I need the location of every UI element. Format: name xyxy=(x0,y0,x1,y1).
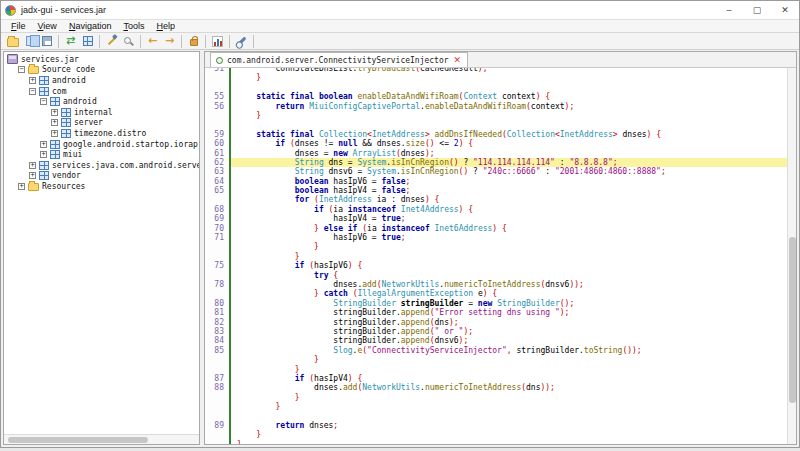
code-text: } xyxy=(231,393,787,402)
line-number: 56 xyxy=(205,102,231,111)
tree-horizontal-scrollbar[interactable] xyxy=(4,434,199,444)
collapse-icon[interactable]: − xyxy=(40,98,47,105)
tree-item-server[interactable]: +server xyxy=(4,118,199,129)
toolbar-separator xyxy=(229,35,230,48)
navigate-forward-button[interactable]: → xyxy=(161,34,178,49)
editor-vertical-scrollbar[interactable] xyxy=(787,68,796,444)
line-number xyxy=(205,73,231,82)
project-tree-panel: services.jar−Source code+android−com−and… xyxy=(3,51,200,445)
collapse-icon[interactable]: − xyxy=(29,88,36,95)
line-number xyxy=(205,430,231,439)
editor-scrollbar-thumb[interactable] xyxy=(789,237,796,402)
code-line: 63 String dnsv6 = System.isInCnRegion() … xyxy=(205,167,787,176)
menu-tools[interactable]: Tools xyxy=(117,20,150,33)
toolbar-separator xyxy=(181,35,182,48)
maximize-button[interactable]: ▢ xyxy=(743,1,771,19)
open-file-icon xyxy=(7,38,19,47)
code-line: 80 StringBuilder stringBuilder = new Str… xyxy=(205,299,787,308)
pkg-icon xyxy=(50,150,60,159)
tab-connectivity-service-injector[interactable]: com.android.server.ConnectivityServiceIn… xyxy=(210,52,468,67)
line-number: 62 xyxy=(205,158,231,167)
add-files-button[interactable] xyxy=(21,34,38,49)
main-area: services.jar−Source code+android−com−and… xyxy=(1,50,799,447)
collapse-icon[interactable]: − xyxy=(18,66,25,73)
navigate-back-button[interactable]: ← xyxy=(144,34,161,49)
code-line: } xyxy=(205,242,787,251)
code-line: 82 stringBuilder.append(dns); xyxy=(205,318,787,327)
tree-item-services-jar[interactable]: services.jar xyxy=(4,54,199,65)
code-text: hasIpV4 = true; xyxy=(231,214,787,223)
tab-close-icon[interactable]: ✕ xyxy=(453,56,463,64)
menu-file[interactable]: File xyxy=(5,20,32,33)
lock-rename-button[interactable] xyxy=(185,34,202,49)
menu-view[interactable]: View xyxy=(32,20,63,33)
expand-icon[interactable]: + xyxy=(51,109,58,116)
line-number xyxy=(205,402,231,411)
tree-item-label: google.android.startop.iorap xyxy=(63,140,198,149)
pkg-icon xyxy=(61,129,71,138)
line-number xyxy=(205,195,231,204)
code-line: for (InetAddress ia : dnses) { xyxy=(205,195,787,204)
tree-item-com[interactable]: −com xyxy=(4,86,199,97)
tree-item-label: Source code xyxy=(42,65,95,74)
code-text: stringBuilder.append(dnsv6); xyxy=(231,336,787,345)
expand-icon[interactable]: + xyxy=(29,77,36,84)
line-number: 64 xyxy=(205,177,231,186)
flat-packages-button[interactable] xyxy=(79,34,96,49)
code-text: } xyxy=(231,111,787,120)
tree-scrollbar-thumb[interactable] xyxy=(8,437,148,443)
search-button[interactable] xyxy=(120,34,137,49)
menu-help[interactable]: Help xyxy=(150,20,181,33)
code-text: return MiuiConfigCaptivePortal.enableDat… xyxy=(231,102,787,111)
expand-icon[interactable]: + xyxy=(40,151,47,158)
line-number: 85 xyxy=(205,346,231,355)
deobfuscation-button[interactable] xyxy=(103,34,120,49)
tree-item-label: miui xyxy=(63,150,82,159)
preferences-button[interactable] xyxy=(233,34,250,49)
code-line-highlighted: 62 String dns = System.isInCnRegion() ? … xyxy=(205,158,787,167)
save-all-icon xyxy=(42,36,52,46)
line-number xyxy=(205,355,231,364)
tree-item-android[interactable]: −android xyxy=(4,96,199,107)
line-number xyxy=(205,393,231,402)
tree-item-internal[interactable]: +internal xyxy=(4,107,199,118)
tree-item-label: services.java.com.android.server. xyxy=(52,161,199,170)
code-text: StringBuilder stringBuilder = new String… xyxy=(231,299,787,308)
line-number: 83 xyxy=(205,327,231,336)
code-text: } xyxy=(231,73,787,82)
code-line: 88 dnses.add(NetworkUtils.numericToInetA… xyxy=(205,383,787,392)
tree-item-google-android-startop-iorap[interactable]: +google.android.startop.iorap xyxy=(4,139,199,150)
tree-item-source-code[interactable]: −Source code xyxy=(4,65,199,76)
tree-item-miui[interactable]: +miui xyxy=(4,149,199,160)
tree-item-resources[interactable]: +Resources xyxy=(4,181,199,192)
close-button[interactable]: ✕ xyxy=(771,1,799,19)
code-line: 85 Slog.e("ConnectivityServiceInjector",… xyxy=(205,346,787,355)
code-text xyxy=(231,411,787,420)
tree-item-vendor[interactable]: +vendor xyxy=(4,171,199,182)
open-file-button[interactable] xyxy=(4,34,21,49)
code-area[interactable]: 51 connStateDnsList.tryBroadcast(cachedR… xyxy=(205,68,787,444)
save-all-button[interactable] xyxy=(38,34,55,49)
line-number: 84 xyxy=(205,336,231,345)
code-line: } xyxy=(205,73,787,82)
log-viewer-button[interactable] xyxy=(209,34,226,49)
tree-item-services-java-com-android-server[interactable]: +services.java.com.android.server. xyxy=(4,160,199,171)
expand-icon[interactable]: + xyxy=(51,130,58,137)
code-text: } xyxy=(231,365,787,374)
sync-with-editor-button[interactable]: ⇄ xyxy=(62,34,79,49)
tree-item-android[interactable]: +android xyxy=(4,75,199,86)
code-line: 64 boolean hasIpV6 = false; xyxy=(205,177,787,186)
menu-navigation[interactable]: Navigation xyxy=(63,20,118,33)
tree-item-timezone-distro[interactable]: +timezone.distro xyxy=(4,128,199,139)
line-number xyxy=(205,365,231,374)
code-line: } xyxy=(205,440,787,444)
code-line: 68 if (ia instanceof Inet4Address) { xyxy=(205,205,787,214)
minimize-button[interactable]: – xyxy=(715,1,743,19)
expand-icon[interactable]: + xyxy=(18,183,25,190)
expand-icon[interactable]: + xyxy=(29,162,36,169)
expand-icon[interactable]: + xyxy=(29,172,36,179)
jadx-gui-window: jadx-gui - services.jar – ▢ ✕ FileViewNa… xyxy=(0,0,800,448)
code-text: if (hasIpV4) { xyxy=(231,374,787,383)
expand-icon[interactable]: + xyxy=(40,141,47,148)
expand-icon[interactable]: + xyxy=(51,119,58,126)
